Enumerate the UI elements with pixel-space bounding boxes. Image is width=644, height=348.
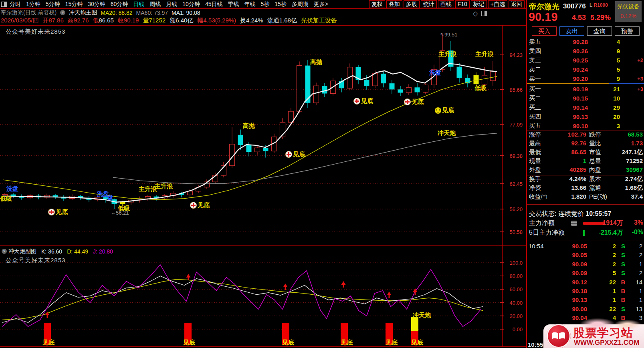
stat-value: 1 — [551, 157, 586, 164]
ask-volume: 5 — [596, 66, 620, 73]
industry-box[interactable]: 光伏设备 0.12% — [615, 1, 642, 22]
period-item-60分钟[interactable]: 60分钟 — [111, 1, 128, 8]
window-icon[interactable] — [1, 2, 7, 7]
sub-y-label: 100.0 — [504, 260, 523, 266]
list-icon[interactable] — [571, 221, 577, 226]
price-change-pct: 5.29% — [590, 14, 611, 22]
main-annotation-主升浪: 主升浪 — [139, 185, 157, 193]
tick-count: 14 — [629, 279, 642, 286]
watermark-url: WWW.GPXXZ1.COM — [574, 339, 644, 347]
bid-row[interactable]: 买三90.1429 — [527, 103, 644, 112]
stat-value: 1.820 — [551, 193, 586, 200]
tick-volume: 1 — [598, 296, 616, 303]
tick-volume: 1 — [598, 288, 616, 294]
flow5-row: 5日主力净额 -215.4万 -0% — [527, 229, 644, 238]
sub-annotation-见底: 见底 — [42, 339, 55, 346]
sub-annotation-见底: 见底 — [341, 339, 353, 346]
tool-button-叠加[interactable]: 叠加 — [386, 0, 402, 8]
main-annotation-见底: 见底 — [404, 98, 424, 106]
main-annotation-见底: 见底 — [48, 208, 68, 216]
chevron-down-icon[interactable] — [2, 249, 7, 254]
trade-button-买入[interactable]: 买入 — [532, 26, 557, 36]
stat-value: 1.68亿 — [611, 184, 643, 192]
trade-button-查询[interactable]: 查询 — [587, 26, 612, 36]
period-item-年线[interactable]: 年线 — [244, 1, 255, 8]
period-item-1分钟[interactable]: 1分钟 — [26, 1, 40, 8]
stat-value: 37.4 — [611, 193, 643, 200]
tick-side: S — [619, 251, 627, 258]
annotation-text: 见底 — [386, 339, 398, 346]
bid-row[interactable]: 买四90.1320 — [527, 112, 644, 121]
ask-delta: +3 — [623, 76, 643, 82]
book-icon — [552, 332, 565, 340]
period-item-45日线[interactable]: 45日线 — [205, 1, 223, 8]
ma1-value: MA1: 90.08 — [172, 10, 200, 16]
ohlc-field-value: 4.24% — [246, 17, 263, 24]
main-annotation-低吸: 低吸 — [0, 195, 12, 203]
tool-button-+自选[interactable]: +自选 — [488, 0, 507, 8]
period-item-30分钟[interactable]: 30分钟 — [88, 1, 105, 8]
annotation-text: 冲天炮 — [438, 129, 456, 137]
trade-button-卖出[interactable]: 卖出 — [559, 26, 584, 36]
period-item-更多>[interactable]: 更多> — [314, 1, 328, 8]
tick-row: 90.181B1 — [527, 288, 644, 296]
ask-row[interactable]: 卖三90.255+2 — [527, 56, 644, 65]
tick-row: 90.1222B14 — [527, 279, 644, 288]
period-item-10分钟[interactable]: 10分钟 — [182, 1, 200, 8]
ask-volume: 4 — [596, 38, 620, 45]
tool-button-统计[interactable]: 统计 — [421, 0, 437, 8]
buy-signal-icon — [190, 202, 197, 209]
tool-button-返回[interactable]: 返回 — [509, 0, 525, 8]
tick-price: 90.13 — [562, 296, 587, 303]
period-item-15分钟[interactable]: 15分钟 — [65, 1, 83, 8]
stat-label: 最高 — [529, 140, 541, 147]
chevron-down-icon[interactable] — [60, 10, 65, 15]
bid-row[interactable]: 买二90.1510 — [527, 94, 644, 103]
tool-button-标记[interactable]: 标记 — [471, 0, 487, 8]
tick-count: 2 — [629, 243, 642, 249]
period-item-日线[interactable]: 日线 — [133, 1, 144, 8]
period-item-5分钟[interactable]: 5分钟 — [46, 1, 60, 8]
tool-button-复权[interactable]: 复权 — [369, 0, 385, 8]
period-item-季线[interactable]: 季线 — [228, 1, 239, 8]
ohlc-field-label: 幅 — [197, 17, 203, 24]
flag-r: R1000 — [594, 2, 608, 8]
bid-row[interactable]: 买一90.1921+3 — [527, 84, 644, 94]
smiley-icon — [435, 107, 441, 114]
split-layout-icon[interactable] — [481, 11, 487, 16]
sub-chart-watermark: 公众号美好未来2853 — [6, 257, 65, 264]
tick-volume: 22 — [598, 279, 616, 286]
tick-side: S — [619, 261, 627, 268]
trade-button-预警[interactable]: 预警 — [615, 26, 640, 36]
ask-row[interactable]: 卖四90.269 — [527, 46, 644, 56]
annotation-text: 高抛 — [310, 58, 322, 66]
tool-button-画线[interactable]: 画线 — [438, 0, 454, 8]
period-item-5秒[interactable]: 5秒 — [260, 1, 269, 8]
period-item-多周期[interactable]: 多周期 — [292, 1, 309, 8]
trading-terminal: 分时1分钟5分钟15分钟30分钟60分钟日线周线月线10分钟45日线季线年线5秒… — [0, 0, 644, 348]
annotation-text: 见底 — [56, 208, 68, 216]
ask-price: 90.25 — [560, 57, 588, 64]
diamond-icon[interactable]: ◇ — [473, 10, 478, 17]
ask-row[interactable]: 卖五90.284 — [527, 37, 644, 46]
period-item-周线[interactable]: 周线 — [149, 1, 161, 8]
ask-row[interactable]: 卖一90.209+3 — [527, 74, 644, 83]
stat-row: 最高92.76量比1.73 — [527, 140, 644, 149]
sub-indicator-name[interactable]: 冲天炮副图 — [8, 248, 36, 255]
ohlc-field-label: 流通 — [267, 17, 279, 24]
stat-row: 最低86.65市值247.1亿 — [527, 149, 644, 157]
bid-row[interactable]: 买五90.103 — [527, 121, 644, 131]
tool-button-F10[interactable]: F10 — [455, 0, 470, 8]
period-item-分时[interactable]: 分时 — [10, 1, 21, 8]
stat-row: 收益㈢1.820PE(动)37.4 — [527, 193, 644, 202]
stat-label: 现量 — [529, 157, 541, 165]
indicator-name[interactable]: 冲天炮主图 — [69, 9, 97, 16]
tick-price: 90.00 — [562, 306, 587, 312]
period-item-15秒[interactable]: 15秒 — [275, 1, 287, 8]
ask-label: 卖二 — [529, 66, 541, 73]
price-change: 4.53 — [572, 14, 586, 22]
period-item-月线[interactable]: 月线 — [166, 1, 177, 8]
stat-label: 股本 — [589, 175, 601, 183]
ask-row[interactable]: 卖二90.245 — [527, 65, 644, 74]
tool-button-多股[interactable]: 多股 — [404, 0, 420, 8]
